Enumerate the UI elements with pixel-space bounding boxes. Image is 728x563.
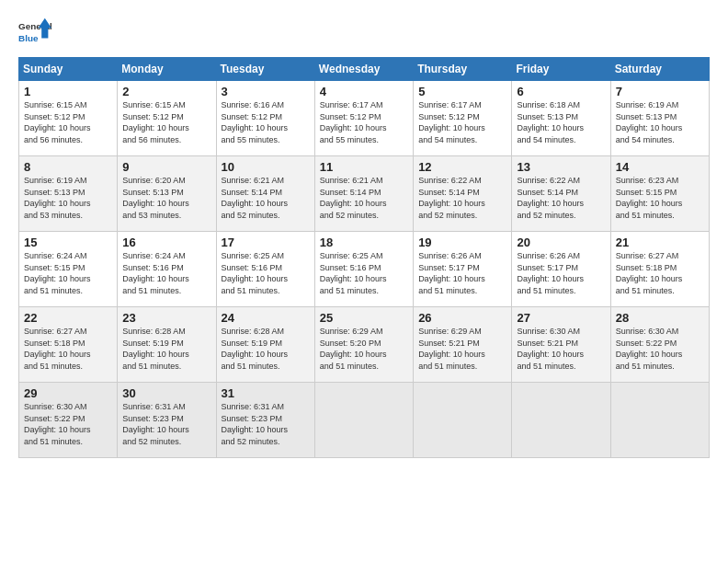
calendar-cell: 23Sunrise: 6:28 AM Sunset: 5:19 PM Dayli…	[118, 307, 216, 383]
day-detail: Sunrise: 6:30 AM Sunset: 5:22 PM Dayligh…	[616, 326, 704, 372]
day-detail: Sunrise: 6:26 AM Sunset: 5:17 PM Dayligh…	[517, 250, 605, 296]
calendar-cell: 7Sunrise: 6:19 AM Sunset: 5:13 PM Daylig…	[610, 81, 709, 156]
calendar-cell: 21Sunrise: 6:27 AM Sunset: 5:18 PM Dayli…	[610, 232, 709, 307]
day-number: 20	[517, 236, 605, 249]
calendar-cell: 19Sunrise: 6:26 AM Sunset: 5:17 PM Dayli…	[414, 232, 512, 307]
calendar-week-3: 15Sunrise: 6:24 AM Sunset: 5:15 PM Dayli…	[19, 232, 710, 307]
calendar-cell: 15Sunrise: 6:24 AM Sunset: 5:15 PM Dayli…	[19, 232, 118, 307]
day-number: 11	[320, 160, 408, 174]
calendar-cell: 2Sunrise: 6:15 AM Sunset: 5:12 PM Daylig…	[118, 81, 216, 156]
day-number: 3	[222, 85, 310, 98]
day-number: 26	[418, 311, 506, 325]
day-number: 10	[222, 160, 310, 174]
calendar-cell: 13Sunrise: 6:22 AM Sunset: 5:14 PM Dayli…	[512, 156, 610, 232]
day-detail: Sunrise: 6:27 AM Sunset: 5:18 PM Dayligh…	[616, 250, 704, 296]
day-detail: Sunrise: 6:30 AM Sunset: 5:22 PM Dayligh…	[24, 401, 112, 447]
calendar-cell: 3Sunrise: 6:16 AM Sunset: 5:12 PM Daylig…	[216, 81, 314, 156]
calendar-week-5: 29Sunrise: 6:30 AM Sunset: 5:22 PM Dayli…	[19, 383, 710, 458]
calendar-cell: 9Sunrise: 6:20 AM Sunset: 5:13 PM Daylig…	[118, 156, 216, 232]
day-number: 9	[122, 160, 210, 174]
day-detail: Sunrise: 6:30 AM Sunset: 5:21 PM Dayligh…	[517, 326, 605, 372]
day-detail: Sunrise: 6:22 AM Sunset: 5:14 PM Dayligh…	[418, 175, 506, 221]
calendar-table: SundayMondayTuesdayWednesdayThursdayFrid…	[18, 57, 710, 458]
calendar-cell: 30Sunrise: 6:31 AM Sunset: 5:23 PM Dayli…	[118, 383, 216, 458]
day-detail: Sunrise: 6:25 AM Sunset: 5:16 PM Dayligh…	[222, 250, 310, 296]
day-detail: Sunrise: 6:24 AM Sunset: 5:15 PM Dayligh…	[24, 250, 112, 296]
calendar-cell: 22Sunrise: 6:27 AM Sunset: 5:18 PM Dayli…	[19, 307, 118, 383]
day-number: 27	[517, 311, 605, 325]
day-detail: Sunrise: 6:15 AM Sunset: 5:12 PM Dayligh…	[122, 99, 210, 145]
day-number: 2	[122, 85, 210, 98]
day-number: 16	[122, 236, 210, 249]
calendar-cell: 27Sunrise: 6:30 AM Sunset: 5:21 PM Dayli…	[512, 307, 610, 383]
day-detail: Sunrise: 6:21 AM Sunset: 5:14 PM Dayligh…	[222, 175, 310, 221]
day-detail: Sunrise: 6:25 AM Sunset: 5:16 PM Dayligh…	[320, 250, 408, 296]
weekday-header-friday: Friday	[512, 58, 610, 81]
day-number: 21	[616, 236, 704, 249]
page: General Blue SundayMondayTuesdayWednesda…	[0, 0, 728, 563]
day-number: 7	[616, 85, 704, 98]
day-number: 30	[122, 386, 210, 400]
weekday-header-tuesday: Tuesday	[216, 58, 314, 81]
day-detail: Sunrise: 6:24 AM Sunset: 5:16 PM Dayligh…	[122, 250, 210, 296]
weekday-header-saturday: Saturday	[610, 58, 709, 81]
calendar-cell: 6Sunrise: 6:18 AM Sunset: 5:13 PM Daylig…	[512, 81, 610, 156]
day-detail: Sunrise: 6:28 AM Sunset: 5:19 PM Dayligh…	[122, 326, 210, 372]
logo-icon: General Blue	[18, 17, 51, 50]
calendar-body: 1Sunrise: 6:15 AM Sunset: 5:12 PM Daylig…	[19, 81, 710, 458]
header: General Blue	[18, 17, 710, 50]
day-number: 31	[222, 386, 310, 400]
day-detail: Sunrise: 6:29 AM Sunset: 5:20 PM Dayligh…	[320, 326, 408, 372]
day-detail: Sunrise: 6:16 AM Sunset: 5:12 PM Dayligh…	[222, 99, 310, 145]
day-detail: Sunrise: 6:18 AM Sunset: 5:13 PM Dayligh…	[517, 99, 605, 145]
calendar-header-row: SundayMondayTuesdayWednesdayThursdayFrid…	[19, 58, 710, 81]
calendar-week-4: 22Sunrise: 6:27 AM Sunset: 5:18 PM Dayli…	[19, 307, 710, 383]
day-number: 29	[24, 386, 112, 400]
calendar-cell	[610, 383, 709, 458]
calendar-cell: 31Sunrise: 6:31 AM Sunset: 5:23 PM Dayli…	[216, 383, 314, 458]
calendar-cell: 8Sunrise: 6:19 AM Sunset: 5:13 PM Daylig…	[19, 156, 118, 232]
day-number: 17	[222, 236, 310, 249]
day-detail: Sunrise: 6:20 AM Sunset: 5:13 PM Dayligh…	[122, 175, 210, 221]
day-detail: Sunrise: 6:15 AM Sunset: 5:12 PM Dayligh…	[24, 99, 112, 145]
day-detail: Sunrise: 6:21 AM Sunset: 5:14 PM Dayligh…	[320, 175, 408, 221]
calendar-week-1: 1Sunrise: 6:15 AM Sunset: 5:12 PM Daylig…	[19, 81, 710, 156]
calendar-cell: 17Sunrise: 6:25 AM Sunset: 5:16 PM Dayli…	[216, 232, 314, 307]
weekday-header-wednesday: Wednesday	[314, 58, 413, 81]
day-detail: Sunrise: 6:22 AM Sunset: 5:14 PM Dayligh…	[517, 175, 605, 221]
day-number: 12	[418, 160, 506, 174]
calendar-cell: 16Sunrise: 6:24 AM Sunset: 5:16 PM Dayli…	[118, 232, 216, 307]
calendar-cell: 14Sunrise: 6:23 AM Sunset: 5:15 PM Dayli…	[610, 156, 709, 232]
day-number: 19	[418, 236, 506, 249]
calendar-cell: 20Sunrise: 6:26 AM Sunset: 5:17 PM Dayli…	[512, 232, 610, 307]
weekday-header-thursday: Thursday	[414, 58, 512, 81]
calendar-cell: 28Sunrise: 6:30 AM Sunset: 5:22 PM Dayli…	[610, 307, 709, 383]
calendar-cell: 11Sunrise: 6:21 AM Sunset: 5:14 PM Dayli…	[314, 156, 413, 232]
calendar-cell: 5Sunrise: 6:17 AM Sunset: 5:12 PM Daylig…	[414, 81, 512, 156]
calendar-week-2: 8Sunrise: 6:19 AM Sunset: 5:13 PM Daylig…	[19, 156, 710, 232]
weekday-header-sunday: Sunday	[19, 58, 118, 81]
day-detail: Sunrise: 6:26 AM Sunset: 5:17 PM Dayligh…	[418, 250, 506, 296]
day-detail: Sunrise: 6:28 AM Sunset: 5:19 PM Dayligh…	[222, 326, 310, 372]
day-number: 23	[122, 311, 210, 325]
day-number: 4	[320, 85, 408, 98]
day-number: 8	[24, 160, 112, 174]
day-number: 14	[616, 160, 704, 174]
day-number: 22	[24, 311, 112, 325]
weekday-header-monday: Monday	[118, 58, 216, 81]
day-detail: Sunrise: 6:27 AM Sunset: 5:18 PM Dayligh…	[24, 326, 112, 372]
calendar-cell: 24Sunrise: 6:28 AM Sunset: 5:19 PM Dayli…	[216, 307, 314, 383]
svg-text:Blue: Blue	[18, 33, 39, 43]
calendar-cell: 18Sunrise: 6:25 AM Sunset: 5:16 PM Dayli…	[314, 232, 413, 307]
calendar-cell: 12Sunrise: 6:22 AM Sunset: 5:14 PM Dayli…	[414, 156, 512, 232]
day-detail: Sunrise: 6:31 AM Sunset: 5:23 PM Dayligh…	[122, 401, 210, 447]
calendar-cell: 26Sunrise: 6:29 AM Sunset: 5:21 PM Dayli…	[414, 307, 512, 383]
day-detail: Sunrise: 6:17 AM Sunset: 5:12 PM Dayligh…	[320, 99, 408, 145]
day-number: 5	[418, 85, 506, 98]
day-detail: Sunrise: 6:29 AM Sunset: 5:21 PM Dayligh…	[418, 326, 506, 372]
calendar-cell	[314, 383, 413, 458]
day-number: 6	[517, 85, 605, 98]
calendar-cell: 1Sunrise: 6:15 AM Sunset: 5:12 PM Daylig…	[19, 81, 118, 156]
day-number: 24	[222, 311, 310, 325]
calendar-cell	[414, 383, 512, 458]
